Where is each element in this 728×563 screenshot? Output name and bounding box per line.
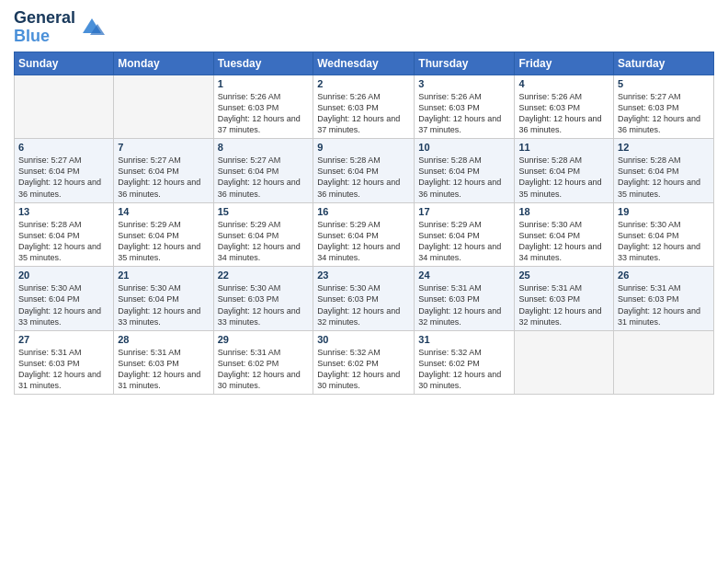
day-info: Sunrise: 5:28 AMSunset: 6:04 PMDaylight:… [18,219,109,264]
day-number: 28 [118,334,209,345]
day-info: Sunrise: 5:27 AMSunset: 6:04 PMDaylight:… [18,155,109,200]
day-info: Sunrise: 5:26 AMSunset: 6:03 PMDaylight:… [218,91,310,136]
calendar-week-row: 6Sunrise: 5:27 AMSunset: 6:04 PMDaylight… [15,139,714,203]
day-number: 7 [118,142,209,153]
day-info: Sunrise: 5:28 AMSunset: 6:04 PMDaylight:… [518,155,609,200]
day-info: Sunrise: 5:31 AMSunset: 6:03 PMDaylight:… [518,282,609,327]
weekday-header: Monday [114,52,213,75]
day-info: Sunrise: 5:28 AMSunset: 6:04 PMDaylight:… [618,155,710,200]
day-number: 22 [218,270,310,281]
weekday-header: Sunday [15,52,114,75]
day-number: 5 [618,78,710,89]
calendar-week-row: 1Sunrise: 5:26 AMSunset: 6:03 PMDaylight… [15,75,714,139]
day-info: Sunrise: 5:30 AMSunset: 6:03 PMDaylight:… [317,282,410,327]
calendar-week-row: 27Sunrise: 5:31 AMSunset: 6:03 PMDayligh… [15,330,714,395]
calendar-cell: 31Sunrise: 5:32 AMSunset: 6:02 PMDayligh… [415,330,515,395]
calendar-cell: 3Sunrise: 5:26 AMSunset: 6:03 PMDaylight… [415,75,515,139]
day-info: Sunrise: 5:26 AMSunset: 6:03 PMDaylight:… [418,91,510,136]
weekday-header: Friday [515,52,614,75]
day-number: 16 [317,206,410,217]
day-info: Sunrise: 5:28 AMSunset: 6:04 PMDaylight:… [418,155,510,200]
day-info: Sunrise: 5:31 AMSunset: 6:03 PMDaylight:… [18,347,109,392]
calendar-cell: 22Sunrise: 5:30 AMSunset: 6:03 PMDayligh… [213,267,313,331]
day-info: Sunrise: 5:29 AMSunset: 6:04 PMDaylight:… [317,219,410,264]
calendar-cell: 17Sunrise: 5:29 AMSunset: 6:04 PMDayligh… [415,202,515,267]
day-info: Sunrise: 5:29 AMSunset: 6:04 PMDaylight:… [118,219,209,264]
day-number: 29 [218,334,310,345]
day-number: 13 [18,206,109,217]
weekday-header-row: SundayMondayTuesdayWednesdayThursdayFrid… [15,52,714,75]
day-number: 17 [418,206,510,217]
calendar-cell: 21Sunrise: 5:30 AMSunset: 6:04 PMDayligh… [114,267,213,331]
day-number: 26 [618,270,710,281]
logo-text: GeneralBlue [14,9,75,46]
calendar-cell: 12Sunrise: 5:28 AMSunset: 6:04 PMDayligh… [614,139,714,203]
day-number: 31 [418,334,510,345]
weekday-header: Tuesday [213,52,313,75]
day-info: Sunrise: 5:30 AMSunset: 6:04 PMDaylight:… [618,219,710,264]
calendar-cell: 13Sunrise: 5:28 AMSunset: 6:04 PMDayligh… [15,202,114,267]
day-number: 3 [418,78,510,89]
day-number: 12 [618,142,710,153]
day-number: 30 [317,334,410,345]
day-info: Sunrise: 5:31 AMSunset: 6:02 PMDaylight:… [218,347,310,392]
day-info: Sunrise: 5:30 AMSunset: 6:04 PMDaylight:… [518,219,609,264]
calendar-cell: 23Sunrise: 5:30 AMSunset: 6:03 PMDayligh… [313,267,415,331]
calendar-cell: 7Sunrise: 5:27 AMSunset: 6:04 PMDaylight… [114,139,213,203]
day-number: 6 [18,142,109,153]
day-number: 4 [518,78,609,89]
day-number: 10 [418,142,510,153]
day-number: 14 [118,206,209,217]
day-number: 8 [218,142,310,153]
day-number: 27 [18,334,109,345]
calendar-cell: 28Sunrise: 5:31 AMSunset: 6:03 PMDayligh… [114,330,213,395]
day-info: Sunrise: 5:30 AMSunset: 6:04 PMDaylight:… [118,282,209,327]
calendar-cell: 26Sunrise: 5:31 AMSunset: 6:03 PMDayligh… [614,267,714,331]
calendar-cell: 18Sunrise: 5:30 AMSunset: 6:04 PMDayligh… [515,202,614,267]
calendar-cell [114,75,213,139]
day-info: Sunrise: 5:27 AMSunset: 6:04 PMDaylight:… [118,155,209,200]
day-info: Sunrise: 5:31 AMSunset: 6:03 PMDaylight:… [418,282,510,327]
calendar-cell: 25Sunrise: 5:31 AMSunset: 6:03 PMDayligh… [515,267,614,331]
calendar-cell: 5Sunrise: 5:27 AMSunset: 6:03 PMDaylight… [614,75,714,139]
header: GeneralBlue [14,9,714,46]
day-info: Sunrise: 5:27 AMSunset: 6:03 PMDaylight:… [618,91,710,136]
calendar-cell: 14Sunrise: 5:29 AMSunset: 6:04 PMDayligh… [114,202,213,267]
calendar-cell: 2Sunrise: 5:26 AMSunset: 6:03 PMDaylight… [313,75,415,139]
calendar-cell: 10Sunrise: 5:28 AMSunset: 6:04 PMDayligh… [415,139,515,203]
day-number: 15 [218,206,310,217]
day-number: 25 [518,270,609,281]
day-number: 9 [317,142,410,153]
calendar-cell: 9Sunrise: 5:28 AMSunset: 6:04 PMDaylight… [313,139,415,203]
day-number: 2 [317,78,410,89]
calendar-cell: 20Sunrise: 5:30 AMSunset: 6:04 PMDayligh… [15,267,114,331]
day-info: Sunrise: 5:29 AMSunset: 6:04 PMDaylight:… [418,219,510,264]
day-info: Sunrise: 5:32 AMSunset: 6:02 PMDaylight:… [418,347,510,392]
logo: GeneralBlue [14,9,105,46]
day-info: Sunrise: 5:27 AMSunset: 6:04 PMDaylight:… [218,155,310,200]
logo-icon [79,15,105,40]
calendar-cell: 29Sunrise: 5:31 AMSunset: 6:02 PMDayligh… [213,330,313,395]
day-info: Sunrise: 5:30 AMSunset: 6:04 PMDaylight:… [18,282,109,327]
day-number: 23 [317,270,410,281]
calendar-cell: 24Sunrise: 5:31 AMSunset: 6:03 PMDayligh… [415,267,515,331]
calendar-cell: 1Sunrise: 5:26 AMSunset: 6:03 PMDaylight… [213,75,313,139]
weekday-header: Saturday [614,52,714,75]
day-info: Sunrise: 5:29 AMSunset: 6:04 PMDaylight:… [218,219,310,264]
day-number: 19 [618,206,710,217]
day-number: 11 [518,142,609,153]
day-info: Sunrise: 5:30 AMSunset: 6:03 PMDaylight:… [218,282,310,327]
calendar-cell [614,330,714,395]
day-info: Sunrise: 5:26 AMSunset: 6:03 PMDaylight:… [518,91,609,136]
weekday-header: Thursday [415,52,515,75]
calendar-cell: 16Sunrise: 5:29 AMSunset: 6:04 PMDayligh… [313,202,415,267]
calendar-cell: 15Sunrise: 5:29 AMSunset: 6:04 PMDayligh… [213,202,313,267]
calendar: SundayMondayTuesdayWednesdayThursdayFrid… [14,52,714,396]
day-info: Sunrise: 5:26 AMSunset: 6:03 PMDaylight:… [317,91,410,136]
calendar-cell [15,75,114,139]
calendar-cell [515,330,614,395]
day-number: 20 [18,270,109,281]
day-number: 18 [518,206,609,217]
calendar-cell: 19Sunrise: 5:30 AMSunset: 6:04 PMDayligh… [614,202,714,267]
weekday-header: Wednesday [313,52,415,75]
